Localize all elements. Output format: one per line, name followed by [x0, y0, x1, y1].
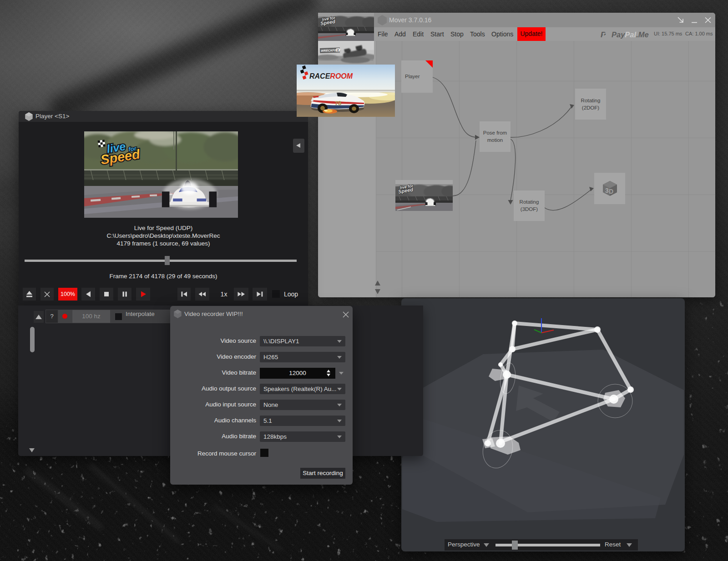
svg-text:P: P [602, 31, 608, 40]
svg-text:78: 78 [334, 100, 341, 107]
svg-text:2: 2 [337, 48, 339, 51]
svg-text:RACEROOM: RACEROOM [309, 72, 353, 80]
svg-text:PayPal.Me: PayPal.Me [612, 30, 649, 39]
svg-text:D: D [609, 188, 613, 195]
svg-text:3: 3 [605, 187, 609, 194]
